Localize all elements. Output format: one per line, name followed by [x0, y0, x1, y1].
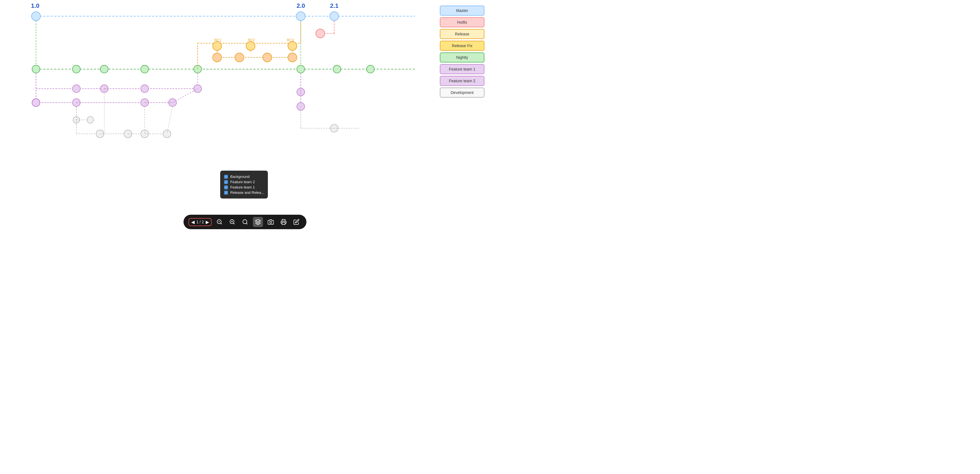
- legend-feature2: Feature team 2: [440, 76, 484, 86]
- svg-point-56: [270, 221, 272, 223]
- svg-line-54: [247, 223, 248, 224]
- version-2-label: 2.0: [297, 2, 305, 9]
- tooltip-item-background[interactable]: Background: [224, 175, 264, 179]
- rc1-node-top: [213, 41, 221, 51]
- master-node-2: [296, 12, 305, 21]
- layers-button[interactable]: [253, 217, 263, 227]
- feature1-node-1: [72, 85, 80, 92]
- svg-line-43: [167, 107, 173, 134]
- toolbar: ◀ 1 / 2 ▶: [183, 215, 306, 229]
- nightly-node-6: [297, 65, 305, 73]
- nightly-node-2: [72, 65, 80, 73]
- version-3-label: 2.1: [330, 2, 339, 9]
- next-page-button[interactable]: ▶: [206, 220, 209, 225]
- legend-release-fix: Release Fix: [440, 41, 484, 51]
- dev-node-2: [87, 116, 94, 123]
- main-canvas: 1.0 2.0 2.1: [0, 0, 490, 237]
- release-fix-node-2: [235, 53, 244, 62]
- hotfix-node: [316, 29, 325, 38]
- tooltip-item-release[interactable]: Release and Relea...: [224, 191, 264, 195]
- legend-development: Development: [440, 87, 484, 98]
- checkbox-feature2[interactable]: [224, 180, 228, 184]
- rc2-node-top: [246, 41, 255, 51]
- camera-button[interactable]: [266, 217, 276, 227]
- edit-button[interactable]: [291, 217, 302, 227]
- svg-line-32: [173, 89, 197, 103]
- zoom-in-button[interactable]: [228, 217, 237, 227]
- checkbox-background[interactable]: [224, 175, 228, 179]
- page-nav: ◀ 1 / 2 ▶: [188, 218, 212, 226]
- legend-feature1: Feature team 1: [440, 64, 484, 74]
- svg-rect-57: [282, 223, 285, 224]
- version-1-label: 1.0: [31, 2, 40, 9]
- zoom-out-button[interactable]: [215, 217, 225, 227]
- legend-panel: Master Hotfix Release Release Fix Nightl…: [440, 6, 484, 98]
- feature1-node-3: [141, 85, 149, 92]
- svg-line-52: [234, 223, 235, 224]
- svg-marker-55: [255, 220, 260, 222]
- legend-master: Master: [440, 6, 484, 16]
- svg-line-48: [221, 223, 222, 224]
- feature2-node-1: [32, 99, 40, 107]
- svg-point-53: [243, 220, 247, 224]
- prev-page-button[interactable]: ◀: [191, 220, 194, 225]
- page-indicator: 1 / 2: [196, 220, 204, 224]
- release-fix-node-4: [288, 53, 297, 62]
- feature1-node-right: [297, 88, 305, 96]
- checkbox-release[interactable]: [224, 191, 228, 195]
- master-node-3: [330, 12, 339, 21]
- nightly-node-7: [333, 65, 341, 73]
- nightly-node-4: [141, 65, 149, 73]
- legend-nightly: Nightly: [440, 52, 484, 62]
- rc3-node-top: [288, 41, 297, 51]
- release-fix-node-3: [263, 53, 272, 62]
- nightly-node-3: [100, 65, 108, 73]
- legend-release: Release: [440, 29, 484, 39]
- nightly-node-8: [366, 65, 374, 73]
- checkbox-feature1[interactable]: [224, 185, 228, 189]
- nightly-node-1: [32, 65, 40, 73]
- legend-hotfix: Hotfix: [440, 17, 484, 27]
- print-button[interactable]: [279, 217, 289, 227]
- tooltip-item-feature1[interactable]: Feature team 1: [224, 185, 264, 189]
- tooltip-item-feature2[interactable]: Feature team 2: [224, 180, 264, 184]
- master-node-1: [32, 12, 40, 21]
- search-button[interactable]: [240, 217, 250, 227]
- release-fix-node-1: [213, 53, 221, 62]
- filter-tooltip: Background Feature team 2 Feature team 1…: [220, 171, 268, 199]
